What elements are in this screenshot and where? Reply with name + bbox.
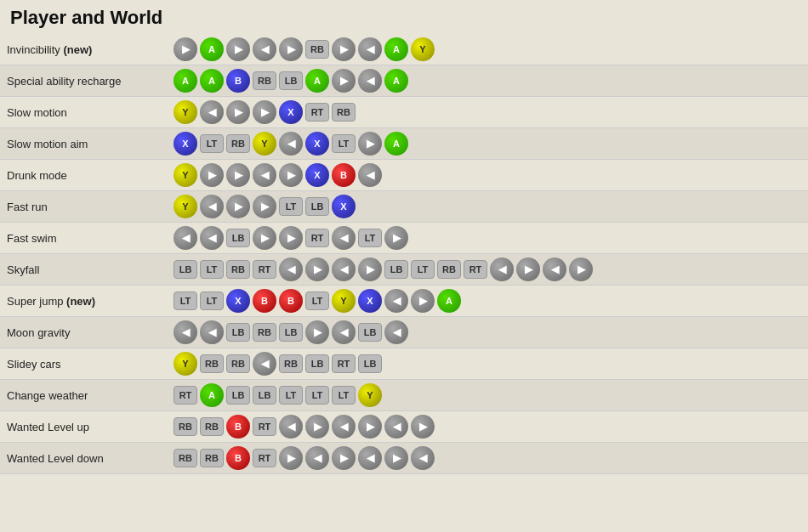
cheat-button[interactable]: A [200, 37, 224, 61]
cheat-button[interactable]: LT [332, 134, 356, 153]
cheat-button[interactable] [279, 446, 303, 470]
cheat-button[interactable]: RB [226, 260, 250, 279]
cheat-button[interactable]: Y [411, 37, 435, 61]
cheat-button[interactable]: LT [305, 386, 329, 405]
cheat-button[interactable] [279, 163, 303, 187]
cheat-button[interactable] [332, 320, 356, 344]
cheat-button[interactable] [305, 258, 329, 281]
cheat-button[interactable] [253, 226, 276, 250]
cheat-button[interactable] [305, 446, 329, 470]
cheat-button[interactable]: LT [332, 386, 356, 405]
cheat-button[interactable] [358, 258, 382, 281]
cheat-button[interactable]: A [384, 132, 408, 156]
cheat-button[interactable] [174, 320, 197, 344]
cheat-button[interactable]: B [279, 289, 303, 313]
cheat-button[interactable]: A [384, 69, 408, 93]
cheat-button[interactable] [332, 226, 356, 250]
cheat-button[interactable]: A [437, 289, 461, 313]
cheat-button[interactable]: RB [279, 354, 303, 373]
cheat-button[interactable] [358, 37, 382, 61]
cheat-button[interactable] [226, 37, 250, 61]
cheat-button[interactable] [226, 195, 250, 218]
cheat-button[interactable] [332, 69, 356, 93]
cheat-button[interactable]: LB [279, 323, 303, 342]
cheat-button[interactable]: X [305, 132, 329, 156]
cheat-button[interactable]: Y [174, 195, 197, 218]
cheat-button[interactable] [305, 415, 329, 439]
cheat-button[interactable]: RT [305, 229, 329, 247]
cheat-button[interactable]: LT [305, 291, 329, 310]
cheat-button[interactable] [569, 258, 593, 281]
cheat-button[interactable]: B [226, 69, 250, 93]
cheat-button[interactable]: RB [174, 449, 197, 467]
cheat-button[interactable]: LT [411, 260, 435, 279]
cheat-button[interactable]: LB [384, 260, 408, 279]
cheat-button[interactable]: X [174, 132, 197, 156]
cheat-button[interactable]: LB [226, 323, 250, 342]
cheat-button[interactable]: Y [174, 163, 197, 187]
cheat-button[interactable]: RB [305, 40, 329, 59]
cheat-button[interactable]: RT [253, 260, 276, 279]
cheat-button[interactable]: RT [174, 386, 197, 405]
cheat-button[interactable] [490, 258, 514, 281]
cheat-button[interactable]: LB [226, 229, 250, 247]
cheat-button[interactable] [305, 320, 329, 344]
cheat-button[interactable] [200, 163, 224, 187]
cheat-button[interactable]: X [279, 100, 303, 124]
cheat-button[interactable]: LT [358, 229, 382, 247]
cheat-button[interactable]: RT [464, 260, 487, 279]
cheat-button[interactable]: X [358, 289, 382, 313]
cheat-button[interactable]: RB [200, 354, 224, 373]
cheat-button[interactable]: LB [253, 386, 276, 405]
cheat-button[interactable] [332, 446, 356, 470]
cheat-button[interactable]: X [305, 163, 329, 187]
cheat-button[interactable] [174, 37, 197, 61]
cheat-button[interactable] [384, 320, 408, 344]
cheat-button[interactable]: LB [226, 386, 250, 405]
cheat-button[interactable]: LT [174, 291, 197, 310]
cheat-button[interactable]: RB [253, 323, 276, 342]
cheat-button[interactable] [543, 258, 566, 281]
cheat-button[interactable]: RB [226, 134, 250, 153]
cheat-button[interactable] [384, 226, 408, 250]
cheat-button[interactable] [384, 415, 408, 439]
cheat-button[interactable]: B [226, 446, 250, 470]
cheat-button[interactable] [226, 100, 250, 124]
cheat-button[interactable]: A [200, 383, 224, 407]
cheat-button[interactable]: RT [253, 417, 276, 436]
cheat-button[interactable] [200, 226, 224, 250]
cheat-button[interactable]: RB [332, 103, 356, 122]
cheat-button[interactable]: B [332, 163, 356, 187]
cheat-button[interactable]: RT [305, 103, 329, 122]
cheat-button[interactable] [200, 320, 224, 344]
cheat-button[interactable] [358, 163, 382, 187]
cheat-button[interactable] [200, 195, 224, 218]
cheat-button[interactable] [516, 258, 540, 281]
cheat-button[interactable] [279, 37, 303, 61]
cheat-button[interactable]: LT [279, 386, 303, 405]
cheat-button[interactable] [358, 446, 382, 470]
cheat-button[interactable]: LB [305, 354, 329, 373]
cheat-button[interactable]: RB [437, 260, 461, 279]
cheat-button[interactable] [358, 415, 382, 439]
cheat-button[interactable] [279, 132, 303, 156]
cheat-button[interactable]: Y [174, 352, 197, 376]
cheat-button[interactable] [253, 195, 276, 218]
cheat-button[interactable] [279, 226, 303, 250]
cheat-button[interactable]: LB [174, 260, 197, 279]
cheat-button[interactable] [174, 226, 197, 250]
cheat-button[interactable]: LB [305, 197, 329, 216]
cheat-button[interactable] [332, 258, 356, 281]
cheat-button[interactable] [253, 163, 276, 187]
cheat-button[interactable] [253, 100, 276, 124]
cheat-button[interactable] [253, 37, 276, 61]
cheat-button[interactable]: RB [226, 354, 250, 373]
cheat-button[interactable]: LT [279, 197, 303, 216]
cheat-button[interactable] [332, 37, 356, 61]
cheat-button[interactable]: Y [253, 132, 276, 156]
cheat-button[interactable]: Y [332, 289, 356, 313]
cheat-button[interactable]: LT [200, 291, 224, 310]
cheat-button[interactable]: LB [279, 71, 303, 90]
cheat-button[interactable]: RB [174, 417, 197, 436]
cheat-button[interactable]: A [174, 69, 197, 93]
